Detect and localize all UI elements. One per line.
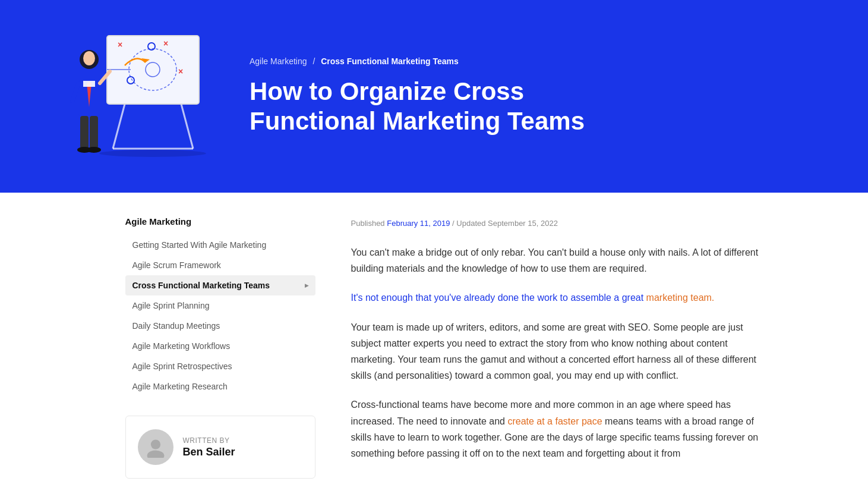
sidebar-item-daily-standup[interactable]: Daily Standup Meetings: [125, 316, 315, 336]
svg-text:×: ×: [118, 40, 122, 49]
svg-text:×: ×: [163, 39, 168, 48]
article-body: You can't make a bridge out of only reba…: [351, 244, 767, 461]
faster-pace-link[interactable]: create at a faster pace: [507, 416, 602, 426]
updated-date: September 15, 2022: [488, 219, 558, 228]
sidebar-title: Agile Marketing: [125, 216, 315, 227]
breadcrumb-parent-link[interactable]: Agile Marketing: [250, 56, 307, 66]
chevron-right-icon: ▸: [305, 281, 308, 290]
published-date: February 11, 2019: [387, 219, 450, 228]
published-label: Published: [351, 219, 385, 228]
paragraph-4: Cross-functional teams have become more …: [351, 397, 767, 461]
svg-line-2: [181, 104, 193, 149]
sidebar-item-research[interactable]: Agile Marketing Research: [125, 376, 315, 397]
sidebar-item-workflows[interactable]: Agile Marketing Workflows: [125, 336, 315, 356]
written-by-label: WRITTEN BY: [183, 436, 235, 445]
sidebar: Agile Marketing Getting Started With Agi…: [125, 216, 315, 479]
breadcrumb-separator: /: [313, 56, 315, 66]
marketing-team-link[interactable]: marketing team.: [646, 293, 715, 303]
hero-section: × × ×: [0, 0, 868, 193]
svg-rect-22: [90, 116, 98, 149]
svg-line-1: [113, 104, 125, 149]
paragraph-2: It's not enough that you've already done…: [351, 290, 767, 306]
article-content: Published February 11, 2019 / Updated Se…: [351, 216, 767, 479]
author-info: WRITTEN BY Ben Sailer: [183, 436, 235, 458]
sidebar-nav: Getting Started With Agile Marketing Agi…: [125, 235, 315, 397]
sidebar-item-getting-started[interactable]: Getting Started With Agile Marketing: [125, 235, 315, 255]
sidebar-item-retrospectives[interactable]: Agile Sprint Retrospectives: [125, 356, 315, 376]
breadcrumb-current: Cross Functional Marketing Teams: [321, 56, 459, 66]
svg-line-20: [72, 83, 78, 101]
author-name: Ben Sailer: [183, 446, 235, 458]
svg-rect-18: [83, 81, 95, 87]
paragraph-1: You can't make a bridge out of only reba…: [351, 244, 767, 276]
breadcrumb: Agile Marketing / Cross Functional Marke…: [250, 56, 820, 66]
meta-line: Published February 11, 2019 / Updated Se…: [351, 219, 767, 228]
paragraph-3: Your team is made up of writers, editors…: [351, 319, 767, 384]
updated-label: / Updated: [452, 219, 485, 228]
sidebar-item-sprint-planning[interactable]: Agile Sprint Planning: [125, 295, 315, 316]
hero-illustration: × × ×: [48, 24, 214, 169]
svg-point-27: [147, 450, 164, 458]
svg-point-24: [87, 147, 101, 153]
svg-point-26: [150, 439, 160, 449]
sidebar-item-agile-scrum[interactable]: Agile Scrum Framework: [125, 255, 315, 275]
svg-text:×: ×: [178, 67, 183, 76]
main-layout: Agile Marketing Getting Started With Agi…: [78, 193, 791, 481]
sidebar-item-cross-functional[interactable]: Cross Functional Marketing Teams ▸: [125, 275, 315, 295]
svg-point-25: [99, 150, 206, 157]
svg-point-15: [83, 51, 95, 65]
author-box: WRITTEN BY Ben Sailer: [125, 416, 315, 479]
svg-rect-21: [80, 116, 89, 149]
avatar-icon: [145, 436, 166, 458]
avatar: [138, 429, 173, 465]
page-title: How to Organize Cross Functional Marketi…: [250, 77, 606, 137]
hero-content: Agile Marketing / Cross Functional Marke…: [250, 56, 820, 137]
